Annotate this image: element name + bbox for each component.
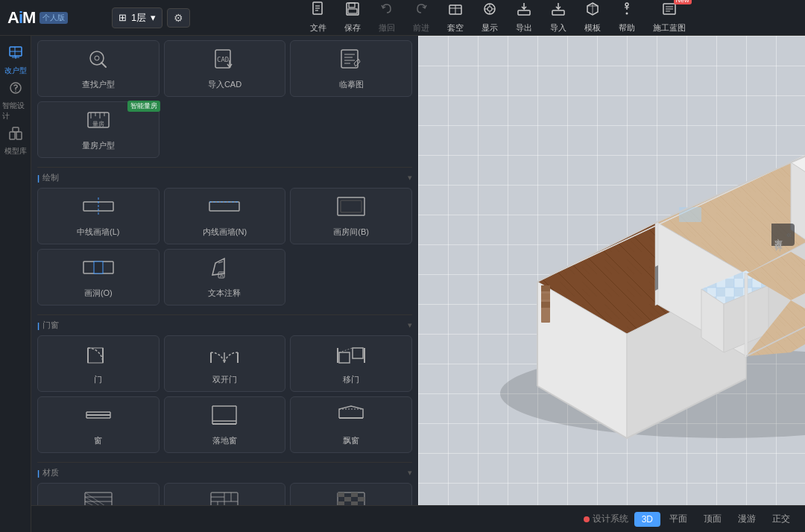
undo-icon <box>379 1 394 20</box>
sidebar-item-model-lib-label: 模型库 <box>4 146 27 156</box>
tool-card-double-door[interactable]: 双开门 <box>164 335 286 392</box>
tool-card-center-wall[interactable]: 中线画墙(L) <box>37 188 160 244</box>
tool-help[interactable]: 帮助 <box>611 0 643 37</box>
floor-tools-section: 查找户型 CAD 导入CAD <box>31 36 418 167</box>
smart-icon <box>8 80 23 99</box>
tool-undo[interactable]: 撤回 <box>371 0 402 37</box>
bay-window-icon <box>335 403 367 431</box>
tool-card-window[interactable]: 窗 <box>37 396 160 453</box>
tool-card-door[interactable]: 门 <box>37 335 160 392</box>
door-window-collapse[interactable]: ▾ <box>408 320 412 330</box>
measure-label: 量房户型 <box>82 140 115 151</box>
svg-rect-148 <box>541 285 550 291</box>
view-btn-roam[interactable]: 漫游 <box>730 510 763 528</box>
tool-model[interactable]: 模板 <box>577 0 608 37</box>
tool-card-hole[interactable]: 画洞(O) <box>37 249 160 305</box>
svg-rect-100 <box>358 497 364 501</box>
right-panel-text: 方案设计 <box>773 232 784 238</box>
svg-rect-35 <box>13 127 19 132</box>
tool-card-wall-mat[interactable]: 墙面 <box>290 483 412 505</box>
view-btn-flat[interactable]: 平面 <box>662 510 695 528</box>
sidebar-item-smart[interactable]: 智能设计 <box>2 82 29 119</box>
material-collapse[interactable]: ▾ <box>408 468 412 478</box>
room-icon <box>448 1 463 20</box>
tool-card-room-wall[interactable]: 画房间(B) <box>290 188 412 244</box>
left-panel: 查找户型 CAD 导入CAD <box>31 36 418 505</box>
new-badge: New <box>674 0 692 4</box>
tool-redo[interactable]: 前进 <box>405 0 437 37</box>
sliding-door-label: 移门 <box>343 374 359 385</box>
model-icon <box>585 1 600 20</box>
personal-badge: 个人版 <box>40 12 68 24</box>
tool-save[interactable]: 保存 <box>337 0 368 37</box>
tool-display[interactable]: 显示 <box>474 0 505 37</box>
view-btn-top[interactable]: 顶面 <box>696 510 729 528</box>
tool-help-label: 帮助 <box>619 22 635 34</box>
tool-file-label: 文件 <box>310 22 326 34</box>
door-label: 门 <box>94 374 102 385</box>
material-section: 材质 ▾ <box>31 463 418 505</box>
tool-card-tile-mat[interactable]: 地砖 <box>164 483 286 505</box>
svg-rect-16 <box>552 10 564 15</box>
floor-selector[interactable]: ⊞ 1层 ▾ <box>112 7 162 28</box>
app-logo: AiM <box>7 8 35 28</box>
tool-import[interactable]: 导入 <box>543 0 574 37</box>
sidebar-item-model-lib[interactable]: 模型库 <box>2 122 29 159</box>
tool-blueprint[interactable]: New 施工蓝图 <box>645 0 693 37</box>
svg-marker-139 <box>655 222 658 305</box>
right-panel-label[interactable]: 方案设计 « <box>771 224 795 246</box>
view-btn-ortho[interactable]: 正交 <box>765 510 798 528</box>
drawing-section-collapse[interactable]: ▾ <box>408 173 412 183</box>
tool-card-sketch[interactable]: 临摹图 <box>290 40 412 97</box>
svg-rect-150 <box>541 302 550 308</box>
svg-rect-67 <box>339 352 350 363</box>
svg-rect-34 <box>16 132 22 139</box>
floor-window-label: 落地窗 <box>212 435 237 446</box>
tile-mat-icon <box>208 490 241 505</box>
tool-card-floor-mat[interactable]: 地板 <box>37 483 160 505</box>
tool-card-floor-window[interactable]: 落地窗 <box>164 396 286 453</box>
measure-icon: 量房 <box>85 108 112 136</box>
blueprint-icon <box>662 1 677 20</box>
floor-label: 1层 <box>131 11 146 25</box>
material-grid: 地板 地砖 <box>37 483 412 505</box>
tool-file[interactable]: 文件 <box>303 0 334 37</box>
settings-button[interactable]: ⚙ <box>167 8 190 28</box>
door-icon <box>82 342 115 370</box>
tool-card-bay-window[interactable]: 飘窗 <box>290 396 412 453</box>
wall-mat-icon <box>335 490 367 505</box>
tool-export[interactable]: 导出 <box>508 0 540 37</box>
view-btn-3d[interactable]: 3D <box>634 512 660 527</box>
tool-card-query-floor[interactable]: 查找户型 <box>37 40 160 97</box>
sidebar-item-remodel[interactable]: 改户型 <box>2 42 29 79</box>
door-window-section: 门窗 ▾ 门 <box>31 315 418 462</box>
svg-text:量房: 量房 <box>92 121 104 127</box>
svg-rect-99 <box>344 497 351 501</box>
door-window-grid: 门 双开门 <box>37 335 412 453</box>
tool-card-import-cad[interactable]: CAD 导入CAD <box>164 40 286 97</box>
svg-rect-5 <box>349 3 355 7</box>
file-icon <box>311 1 326 20</box>
top-tools: 文件 保存 撤回 <box>190 0 805 37</box>
hole-icon <box>82 256 115 284</box>
sidebar-icons: 改户型 智能设计 模型库 <box>0 36 31 505</box>
bay-window-label: 飘窗 <box>343 435 359 446</box>
design-system-button[interactable]: 设计系统 <box>584 513 628 525</box>
inner-wall-icon <box>208 194 241 223</box>
tool-card-text-note[interactable]: A 文本注释 <box>164 249 286 305</box>
drawing-section: 绘制 ▾ 中线画墙(L) <box>31 168 418 314</box>
display-icon <box>482 1 497 20</box>
tool-card-inner-wall[interactable]: 内线画墙(N) <box>164 188 286 244</box>
design-system-dot <box>584 516 590 522</box>
svg-rect-6 <box>348 9 357 13</box>
tool-card-measure[interactable]: 智能量房 量房 量房户型 <box>37 101 160 158</box>
viewport[interactable]: 方案设计 « <box>418 36 805 505</box>
design-system-label: 设计系统 <box>593 513 628 525</box>
door-window-section-label: 门窗 ▾ <box>37 320 412 331</box>
window-icon <box>82 403 115 431</box>
smart-badge: 智能量房 <box>127 101 160 112</box>
right-panel-chevron: « <box>786 229 793 240</box>
svg-line-69 <box>339 348 353 352</box>
tool-card-sliding-door[interactable]: 移门 <box>290 335 412 392</box>
tool-room[interactable]: 套空 <box>440 0 471 37</box>
